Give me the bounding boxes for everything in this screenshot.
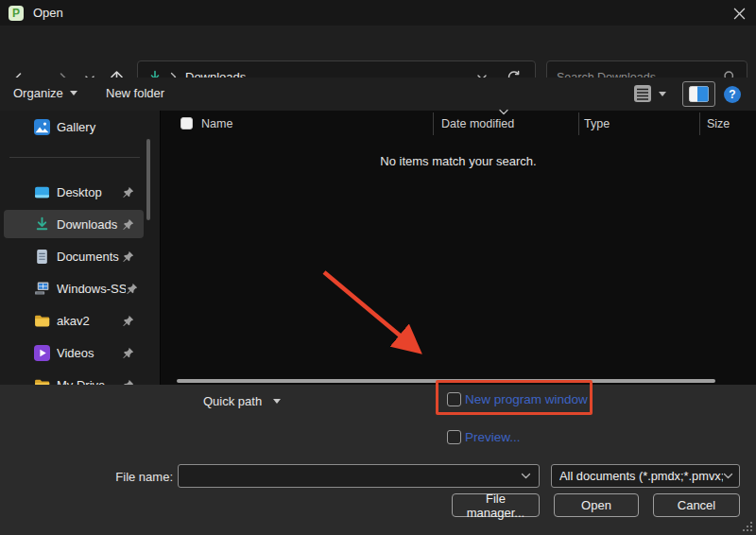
bottom-panel <box>0 385 756 535</box>
file-name-dropdown-chevron-icon[interactable] <box>521 473 531 479</box>
pc-icon <box>34 281 50 297</box>
file-type-dropdown-chevron-icon <box>723 473 733 479</box>
sidebar-item-label: akav2 <box>57 314 122 328</box>
quick-path-dropdown-icon <box>273 399 281 404</box>
navigation-bar: Downloads Search Downloads <box>0 26 756 78</box>
sidebar-scrollbar[interactable] <box>146 139 150 220</box>
sidebar-item-videos[interactable]: Videos <box>4 338 144 367</box>
sidebar-item-label: Videos <box>57 346 122 360</box>
quick-path-button[interactable]: Quick path <box>203 394 281 408</box>
column-divider[interactable] <box>699 112 700 135</box>
pin-icon <box>122 347 134 359</box>
file-type-value: All documents (*.pmdx;*.pmvx;* <box>559 469 723 483</box>
column-header-size[interactable]: Size <box>707 117 730 130</box>
select-all-checkbox[interactable] <box>180 117 193 129</box>
sidebar-item-label: Documents <box>57 250 122 264</box>
new-folder-button[interactable]: New folder <box>106 86 164 100</box>
file-list: Name Date modified Type Size No items ma… <box>161 111 756 385</box>
pin-icon <box>126 283 138 295</box>
command-toolbar: Organize New folder ? <box>0 78 756 111</box>
file-name-label: File name: <box>102 470 173 484</box>
pin-icon <box>122 250 134 263</box>
new-program-window-label: New program window <box>465 392 588 406</box>
organize-button[interactable]: Organize <box>13 86 77 100</box>
content-area: Gallery Desktop Downloads <box>0 111 756 385</box>
column-header-date-modified[interactable]: Date modified <box>441 117 514 130</box>
folder-icon <box>34 377 50 386</box>
sidebar-item-label: Gallery <box>57 120 144 134</box>
sidebar: Gallery Desktop Downloads <box>0 111 161 385</box>
title-bar: P Open <box>0 0 756 26</box>
preview-pane-icon <box>689 86 709 102</box>
sidebar-item-desktop[interactable]: Desktop <box>4 178 144 206</box>
empty-list-message: No items match your search. <box>161 154 756 168</box>
preview-option[interactable]: Preview... <box>447 430 521 444</box>
close-icon[interactable] <box>730 5 747 22</box>
organize-dropdown-icon <box>70 91 77 95</box>
preview-label: Preview... <box>465 430 521 444</box>
help-label: ? <box>729 88 735 101</box>
sidebar-item-windows-ssi[interactable]: Windows-SSI <box>4 274 144 302</box>
downloads-icon <box>34 216 50 233</box>
gallery-icon <box>34 119 50 135</box>
window-title: Open <box>33 6 63 20</box>
sidebar-item-label: Downloads <box>57 217 122 232</box>
sidebar-separator <box>9 157 140 158</box>
file-manager-button[interactable]: File manager... <box>452 493 540 517</box>
sidebar-item-documents[interactable]: Documents <box>4 242 144 270</box>
help-button[interactable]: ? <box>724 86 741 103</box>
horizontal-scrollbar[interactable] <box>177 379 715 383</box>
new-folder-label: New folder <box>106 86 164 100</box>
videos-icon <box>34 345 50 361</box>
preview-pane-toggle[interactable] <box>682 81 715 107</box>
quick-path-label: Quick path <box>203 394 262 408</box>
open-button[interactable]: Open <box>554 493 639 517</box>
view-mode-button[interactable] <box>633 84 666 103</box>
new-program-window-checkbox[interactable] <box>447 392 461 406</box>
file-type-select[interactable]: All documents (*.pmdx;*.pmvx;* <box>551 464 740 488</box>
pin-icon <box>122 218 134 231</box>
cancel-button[interactable]: Cancel <box>653 493 740 517</box>
sort-chevron-icon <box>498 109 509 115</box>
column-divider[interactable] <box>578 112 579 135</box>
preview-checkbox[interactable] <box>447 430 461 444</box>
documents-icon <box>34 249 50 265</box>
pin-icon <box>122 315 134 327</box>
new-program-window-option[interactable]: New program window <box>447 392 588 406</box>
sidebar-item-akav2[interactable]: akav2 <box>4 306 144 335</box>
file-name-input[interactable] <box>178 464 540 488</box>
organize-label: Organize <box>13 86 63 100</box>
folder-icon <box>34 313 50 329</box>
column-header-name[interactable]: Name <box>201 117 232 130</box>
app-icon: P <box>9 6 24 21</box>
resize-grip-icon[interactable] <box>742 521 753 532</box>
column-header-type[interactable]: Type <box>584 117 610 130</box>
open-dialog: P Open Downloads <box>0 0 756 535</box>
desktop-icon <box>34 184 50 200</box>
sidebar-item-label: My Drive <box>57 378 122 386</box>
sidebar-item-downloads[interactable]: Downloads <box>4 210 144 238</box>
column-divider[interactable] <box>433 112 434 135</box>
pin-icon <box>122 186 134 198</box>
sidebar-item-label: Desktop <box>57 185 122 199</box>
details-view-icon <box>633 84 652 103</box>
sidebar-item-label: Windows-SSI <box>57 282 126 296</box>
sidebar-item-my-drive[interactable]: My Drive <box>4 371 144 385</box>
sidebar-item-gallery[interactable]: Gallery <box>4 112 144 141</box>
view-dropdown-icon <box>659 92 666 96</box>
